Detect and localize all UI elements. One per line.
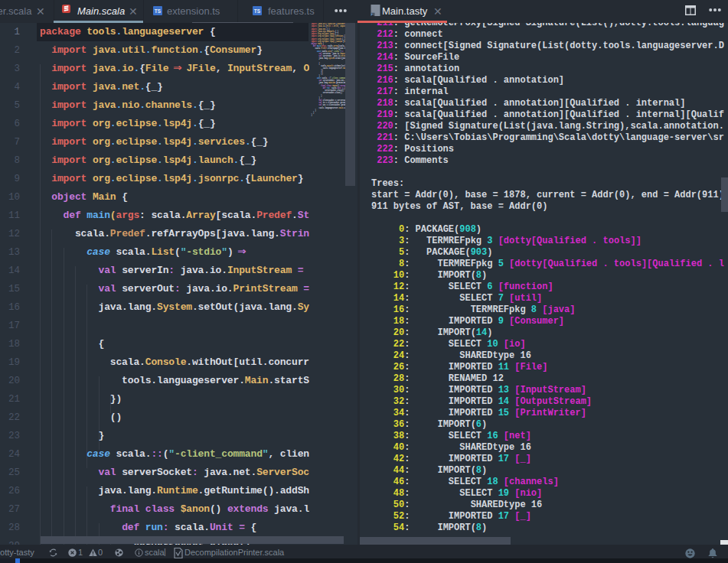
svg-text:TS: TS	[155, 8, 162, 14]
svg-text:TS: TS	[254, 8, 261, 14]
